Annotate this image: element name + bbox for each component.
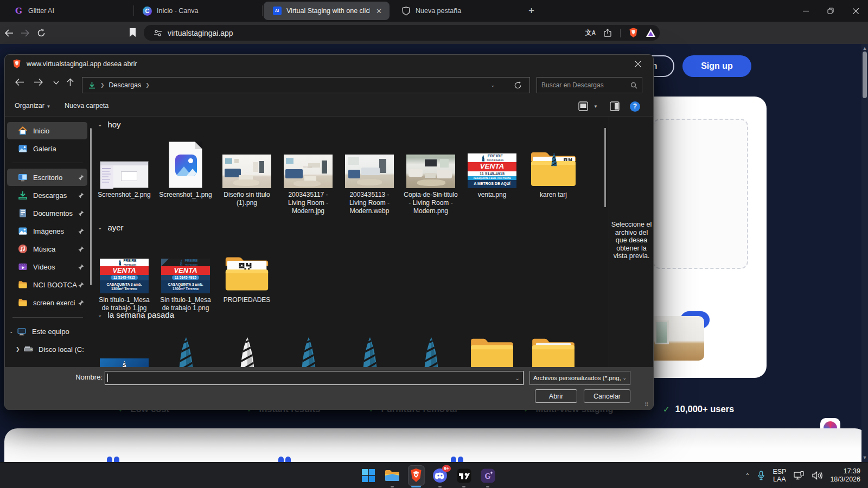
close-window-button[interactable]: [843, 0, 868, 22]
group-header-1[interactable]: ⌄hoy: [98, 120, 121, 129]
scroll-up-arrow[interactable]: ▲: [862, 46, 867, 51]
maximize-button[interactable]: [818, 0, 843, 22]
sidebar-item-este-equipo[interactable]: ⌄Este equipo: [7, 323, 87, 340]
reload-button[interactable]: [37, 29, 53, 37]
chevron-right-icon[interactable]: ❯: [16, 346, 20, 352]
site-settings-icon[interactable]: [154, 29, 162, 37]
file-item[interactable]: [156, 326, 215, 367]
sidebar-item-im-genes[interactable]: Imágenes: [7, 222, 87, 240]
chevron-down-icon[interactable]: ⌄: [9, 329, 14, 334]
taskbar-glitter-app[interactable]: G: [480, 467, 496, 484]
filename-input[interactable]: ⌄: [105, 371, 524, 385]
taskbar-tradingview[interactable]: [456, 467, 472, 484]
group-header-3[interactable]: ⌄la semana pasada: [98, 310, 174, 319]
view-mode-button[interactable]: [578, 101, 589, 112]
brave-rewards-icon[interactable]: [646, 29, 655, 37]
sidebar-item-documentos[interactable]: Documentos: [7, 204, 87, 222]
dialog-recent-dropdown[interactable]: [53, 81, 59, 85]
help-button[interactable]: ?: [630, 101, 640, 112]
refresh-icon[interactable]: [514, 81, 522, 89]
dialog-forward-button[interactable]: [34, 78, 43, 86]
file-venta-png[interactable]: FREIREPROPIEDADESVENTA11 5145-4915CASAQU…: [462, 138, 522, 199]
microphone-icon[interactable]: [757, 471, 765, 480]
file-screenshot-2-png[interactable]: Screenshot_2.png: [94, 138, 154, 199]
sidebar-item-inicio[interactable]: Inicio: [7, 122, 87, 139]
file-screenshot-1-png[interactable]: Screenshot_1.png: [156, 138, 215, 199]
collapse-chevron-icon[interactable]: ⌄: [98, 121, 102, 127]
address-bar[interactable]: virtualstagingai.app 文A: [144, 25, 660, 41]
taskbar-windows-start[interactable]: [360, 467, 376, 484]
file-karen-tarj[interactable]: karen tarj: [524, 138, 583, 199]
file-copia-de-sin-titulo-living-room-modern-png[interactable]: Copia-de-Sin-titulo - Living Room - Mode…: [401, 138, 461, 215]
scrollbar-thumb[interactable]: [863, 52, 867, 98]
sidebar-item-descargas[interactable]: Descargas: [7, 187, 87, 204]
file-item[interactable]: [462, 326, 522, 367]
dialog-close-button[interactable]: [627, 55, 649, 73]
back-button[interactable]: [4, 29, 21, 37]
file-list-scrollbar[interactable]: [603, 117, 608, 367]
language-indicator[interactable]: ESPLAA: [773, 468, 786, 483]
bookmark-icon[interactable]: [129, 28, 145, 37]
new-tab-button[interactable]: +: [528, 5, 534, 17]
breadcrumb-bar[interactable]: ❯ Descargas ❯ ⌄: [82, 77, 530, 93]
sidebar-item-galer-a[interactable]: Galería: [7, 140, 87, 157]
file-sin-t-tulo-1-mesa-de-trabajo-1-png[interactable]: FREIREPROPIEDADESVENTA11 5145-4915CASAQU…: [156, 241, 215, 312]
forward-button[interactable]: [21, 29, 37, 37]
minimize-button[interactable]: [793, 0, 818, 22]
collapse-chevron-icon[interactable]: ⌄: [98, 224, 102, 230]
filetype-select[interactable]: Archivos personalizados (*.png,⌄: [529, 371, 630, 385]
file-item[interactable]: [401, 326, 461, 367]
sidebar-item-m-sica[interactable]: Música: [7, 240, 87, 258]
group-header-2[interactable]: ⌄ayer: [98, 223, 124, 232]
upload-dropzone[interactable]: [653, 119, 748, 269]
file-2003435113-living-room-modern-webp[interactable]: 2003435113 - Living Room - Modern.webp: [340, 138, 399, 215]
translate-icon[interactable]: 文A: [585, 28, 596, 37]
browser-tab-4[interactable]: Nueva pestaña: [393, 0, 521, 22]
taskbar-brave[interactable]: [408, 467, 424, 484]
file-item[interactable]: [524, 326, 583, 367]
file-item[interactable]: [94, 326, 154, 367]
signup-button[interactable]: Sign up: [682, 55, 751, 77]
share-icon[interactable]: [604, 29, 612, 37]
volume-icon[interactable]: [812, 471, 822, 480]
sidebar-item-nci-bootca[interactable]: NCI BOOTCA: [7, 276, 87, 293]
brave-shield-icon[interactable]: [629, 28, 638, 38]
file-item[interactable]: [340, 326, 399, 367]
resize-grip[interactable]: ⠿: [644, 401, 651, 408]
browser-tab-3[interactable]: AIVirtual Staging with one click | 1✕: [264, 2, 390, 20]
file-2003435117-living-room-modern-jpg[interactable]: Virtual2003435117 - Living Room - Modern…: [278, 138, 338, 215]
browser-tab-1[interactable]: GGlitter AI: [5, 0, 133, 22]
taskbar-discord[interactable]: 9+: [432, 467, 448, 484]
sidebar-item-disco-local-c-[interactable]: ❯Disco local (C:: [7, 341, 87, 358]
dialog-back-button[interactable]: [15, 78, 24, 86]
browser-tab-2[interactable]: CInicio - Canva: [134, 0, 262, 22]
filename-dropdown-icon[interactable]: ⌄: [515, 375, 520, 381]
network-icon[interactable]: [794, 471, 805, 480]
collapse-chevron-icon[interactable]: ⌄: [98, 312, 102, 318]
dialog-up-button[interactable]: [66, 78, 74, 87]
file-item[interactable]: [217, 326, 277, 367]
organize-menu[interactable]: Organizar ▼: [15, 102, 50, 110]
sidebar-scrollbar[interactable]: [90, 128, 92, 285]
clock[interactable]: 17:3918/3/2026: [830, 467, 860, 484]
sidebar-item-v-deos[interactable]: Vídeos: [7, 258, 87, 275]
view-mode-dropdown[interactable]: ▼: [593, 104, 598, 109]
breadcrumb-folder[interactable]: Descargas: [109, 81, 142, 89]
open-button[interactable]: Abrir: [535, 389, 577, 403]
sidebar-item-screen-exerci[interactable]: screen exerci: [7, 294, 87, 311]
new-folder-button[interactable]: Nueva carpeta: [65, 102, 108, 110]
tray-expand-icon[interactable]: ⌃: [745, 472, 750, 479]
page-scrollbar[interactable]: ▲ ▼: [861, 44, 868, 462]
breadcrumb-dropdown-icon[interactable]: ⌄: [490, 82, 495, 88]
file-sin-t-tulo-1-mesa-de-trabajo-1-jpg[interactable]: FREIREPROPIEDADESVENTA11 5145-4915CASAQU…: [94, 241, 154, 312]
sidebar-item-escritorio[interactable]: Escritorio: [7, 169, 87, 186]
file-propiedades[interactable]: PROPIEDADES: [217, 241, 277, 304]
search-input[interactable]: Buscar en Descargas: [537, 77, 642, 93]
file-dise-o-sin-t-tulo-1-png[interactable]: Diseño sin título (1).png: [217, 138, 277, 207]
scroll-down-arrow[interactable]: ▼: [862, 455, 867, 460]
tab-close-icon[interactable]: ✕: [375, 7, 383, 15]
preview-pane-button[interactable]: [609, 101, 620, 112]
file-item[interactable]: [278, 326, 338, 367]
taskbar-file-explorer[interactable]: [384, 467, 400, 484]
cancel-button[interactable]: Cancelar: [584, 389, 630, 403]
